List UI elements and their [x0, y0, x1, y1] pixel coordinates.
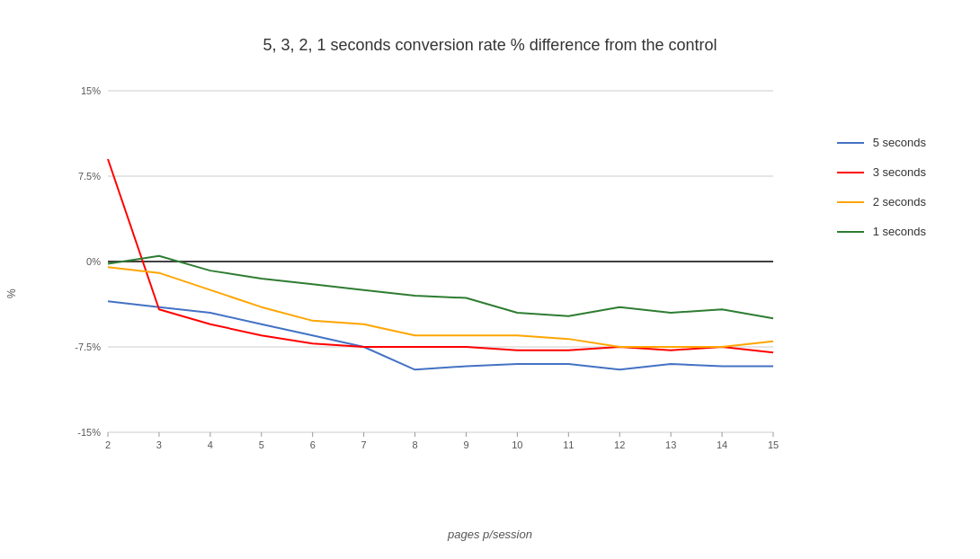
svg-text:3: 3	[156, 439, 162, 450]
svg-text:6: 6	[310, 439, 316, 450]
svg-text:0%: 0%	[86, 256, 101, 267]
svg-text:10: 10	[512, 439, 522, 450]
legend-label-five: 5 seconds	[873, 136, 926, 149]
legend-line-five	[837, 142, 864, 144]
chart-area: % 15%7.5%0%-7.5%-15%23456789101112131415…	[0, 64, 980, 523]
chart-inner: 15%7.5%0%-7.5%-15%23456789101112131415 5…	[27, 64, 980, 523]
y-axis-label: %	[0, 64, 27, 523]
svg-text:15%: 15%	[81, 85, 101, 96]
svg-text:13: 13	[665, 439, 676, 450]
legend-item-three: 3 seconds	[837, 165, 926, 179]
svg-text:7: 7	[361, 439, 367, 450]
chart-container: 5, 3, 2, 1 seconds conversion rate % dif…	[0, 0, 980, 559]
legend: 5 seconds 3 seconds 2 seconds 1 seconds	[837, 136, 926, 238]
legend-line-three	[837, 172, 864, 173]
legend-item-five: 5 seconds	[837, 136, 926, 149]
svg-text:-15%: -15%	[77, 427, 101, 438]
legend-item-two: 2 seconds	[837, 195, 926, 209]
svg-text:15: 15	[768, 439, 779, 450]
svg-text:11: 11	[563, 439, 574, 450]
svg-text:14: 14	[717, 439, 727, 450]
legend-label-one: 1 seconds	[873, 225, 926, 238]
svg-text:9: 9	[463, 439, 468, 450]
x-axis-label: pages p/session	[448, 528, 532, 541]
legend-label-two: 2 seconds	[873, 195, 926, 209]
svg-text:8: 8	[412, 439, 417, 450]
svg-text:7.5%: 7.5%	[78, 171, 101, 182]
legend-label-three: 3 seconds	[873, 165, 926, 179]
svg-text:5: 5	[259, 439, 264, 450]
svg-text:-7.5%: -7.5%	[75, 342, 101, 352]
legend-item-one: 1 seconds	[837, 225, 926, 238]
legend-line-one	[837, 231, 864, 233]
legend-line-two	[837, 201, 864, 203]
svg-text:12: 12	[614, 439, 625, 450]
chart-title: 5, 3, 2, 1 seconds conversion rate % dif…	[263, 36, 717, 55]
svg-text:4: 4	[208, 439, 213, 450]
svg-text:2: 2	[105, 439, 111, 450]
